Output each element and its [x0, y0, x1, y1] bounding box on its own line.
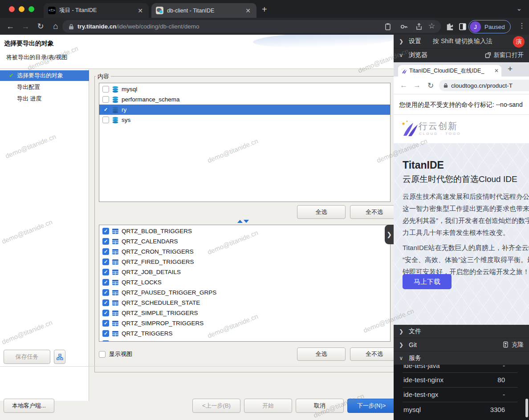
git-section-header[interactable]: ❯ Git 克隆 — [394, 338, 529, 351]
step-export-progress[interactable]: 导出 进度 — [0, 93, 89, 104]
step-select-objects[interactable]: ✔ 选择要导出的对象 — [0, 70, 89, 81]
browser-preview: TitanIDE_CloudIDE_在线IDE_ ✕ + ← → ↻ cloud… — [394, 62, 529, 325]
tab-project[interactable]: <t> 项目 - TitanIDE ✕ — [44, 3, 149, 18]
preview-new-tab-icon[interactable]: + — [508, 64, 513, 74]
table-row[interactable]: QRTZ_SCHEDULER_STATE — [99, 298, 390, 308]
preview-back-icon[interactable]: ← — [400, 81, 407, 90]
git-clone-button[interactable]: 克隆 — [503, 341, 524, 349]
preview-forward-icon[interactable]: → — [413, 81, 421, 90]
splitter-collapse-arrows[interactable] — [237, 219, 249, 223]
services-section-header[interactable]: ∨ 服务 — [394, 351, 529, 365]
table-row[interactable]: QRTZ_CALENDARS — [99, 236, 390, 246]
tab-db-client[interactable]: db-client - TitanIDE ✕ — [151, 3, 256, 18]
checkbox-checked[interactable] — [102, 258, 109, 265]
menu-kebab-icon[interactable]: ⋮ — [518, 21, 525, 30]
key-icon[interactable] — [400, 23, 408, 31]
download-now-button[interactable]: 马上下载 — [403, 274, 452, 289]
table-icon — [112, 228, 119, 235]
checkbox-checked[interactable] — [102, 228, 109, 234]
table-row[interactable]: QRTZ_SIMPLE_TRIGGERS — [99, 308, 390, 318]
table-row[interactable]: QRTZ_FIRED_TRIGGERS — [99, 257, 390, 267]
show-views-row[interactable]: 显示视图 — [99, 350, 132, 358]
checkbox-checked[interactable] — [102, 269, 109, 275]
services-list: ide-test-java - ide-test-nginx 80 ide-te… — [394, 365, 529, 420]
table-row[interactable]: QRTZ_LOCKS — [99, 277, 390, 287]
scrollbar-thumb[interactable] — [525, 399, 528, 417]
checkbox-checked[interactable] — [102, 310, 109, 316]
checkbox-checked[interactable] — [102, 106, 109, 113]
open-new-window-button[interactable]: 新窗口打开 — [485, 51, 524, 59]
new-tab-button[interactable]: + — [262, 4, 267, 15]
db-row-ry-selected[interactable]: ry — [99, 105, 390, 115]
db-row-mysql[interactable]: mysql — [99, 84, 390, 94]
cancel-button[interactable]: 取消 — [296, 399, 344, 413]
task-scheme-button[interactable] — [54, 350, 65, 364]
table-row[interactable]: QRTZ_JOB_DETAILS — [99, 267, 390, 277]
tab-close-icon[interactable]: ✕ — [244, 7, 252, 14]
show-views-checkbox[interactable] — [99, 351, 106, 358]
table-row[interactable]: QRTZ_TRIGGERS — [99, 328, 390, 339]
next-step-button[interactable]: 下一步(N)> — [347, 399, 395, 413]
local-client-button[interactable]: 本地客户端... — [4, 399, 54, 413]
select-all-top-button[interactable]: 全选 — [297, 205, 346, 219]
settings-section-header[interactable]: ❯ 设置 按 Shift 键切换输入法 演 — [394, 35, 529, 48]
traffic-light-zoom[interactable] — [28, 6, 34, 12]
service-row[interactable]: ide-test-nginx 80 — [394, 373, 529, 387]
forward-icon[interactable]: → — [20, 21, 31, 32]
share-icon[interactable] — [415, 23, 423, 31]
arrow-down-icon — [244, 220, 249, 223]
preview-tab[interactable]: TitanIDE_CloudIDE_在线IDE_ ✕ — [398, 65, 501, 77]
checkbox-checked[interactable] — [102, 320, 109, 327]
table-row[interactable]: QRTZ_CRON_TRIGGERS — [99, 246, 390, 257]
checkbox-checked[interactable] — [102, 299, 109, 306]
select-all-bottom-button[interactable]: 全选 — [297, 347, 346, 361]
checkbox-checked[interactable] — [102, 289, 109, 296]
avatar: J — [470, 21, 481, 32]
preview-tab-close-icon[interactable]: ✕ — [494, 68, 499, 74]
prev-step-button[interactable]: <上一步(B) — [192, 399, 240, 413]
table-icon — [112, 289, 119, 296]
checkbox-checked[interactable] — [102, 340, 109, 342]
tab-title: 项目 - TitanIDE — [59, 7, 133, 14]
save-task-button[interactable]: 保存任务 — [4, 350, 50, 364]
tab-close-icon[interactable]: ✕ — [136, 7, 144, 14]
checkbox[interactable] — [102, 86, 109, 93]
browser-section-header[interactable]: ∨ 浏览器 新窗口打开 — [394, 48, 529, 62]
bookmark-star-icon[interactable]: ☆ — [428, 21, 435, 31]
side-panel-icon[interactable] — [459, 23, 467, 31]
select-none-top-button[interactable]: 全不选 — [350, 205, 399, 219]
traffic-light-close[interactable] — [9, 6, 15, 12]
checkbox-checked[interactable] — [102, 330, 109, 337]
clipboard-icon[interactable] — [384, 23, 392, 31]
preview-reload-icon[interactable]: ↻ — [427, 81, 434, 90]
table-row[interactable]: QRTZ_PAUSED_TRIGGER_GRPS — [99, 287, 390, 298]
home-icon[interactable]: ⌂ — [50, 21, 61, 32]
checkbox[interactable] — [102, 117, 109, 123]
profile-paused-button[interactable]: J Paused — [468, 20, 511, 33]
step-export-config[interactable]: 导出配置 — [0, 82, 89, 93]
table-row[interactable]: QRTZ_BLOB_TRIGGERS — [99, 226, 390, 236]
files-section-header[interactable]: ❯ 文件 — [394, 325, 529, 338]
table-icon — [112, 299, 119, 307]
db-row-performance-schema[interactable]: performance_schema — [99, 94, 390, 105]
checkbox-checked[interactable] — [102, 238, 109, 245]
traffic-light-minimize[interactable] — [19, 6, 24, 12]
service-row[interactable]: ide-test-java - — [394, 365, 529, 373]
checkbox[interactable] — [102, 96, 109, 103]
tab-search-chevron-icon[interactable]: ⌄ — [516, 4, 522, 12]
start-button[interactable]: 开始 — [244, 399, 292, 413]
checkbox-checked[interactable] — [102, 248, 109, 255]
table-row[interactable]: gen_table — [99, 339, 390, 342]
checkbox-checked[interactable] — [102, 279, 109, 286]
service-row[interactable]: ide-test-ngx - — [394, 388, 529, 402]
select-none-bottom-button[interactable]: 全不选 — [350, 347, 399, 361]
preview-address-bar[interactable]: cloudtogo.cn/product-T — [439, 80, 529, 91]
db-row-sys[interactable]: sys — [99, 115, 390, 125]
service-port: 80 — [497, 373, 505, 387]
service-row[interactable]: mysql 3306 — [394, 403, 529, 417]
back-icon[interactable]: ← — [4, 21, 16, 32]
panel-expander-handle[interactable]: ❯ — [385, 225, 394, 244]
reload-icon[interactable]: ↻ — [35, 21, 46, 32]
table-row[interactable]: QRTZ_SIMPROP_TRIGGERS — [99, 318, 390, 328]
extensions-icon[interactable] — [445, 23, 454, 31]
